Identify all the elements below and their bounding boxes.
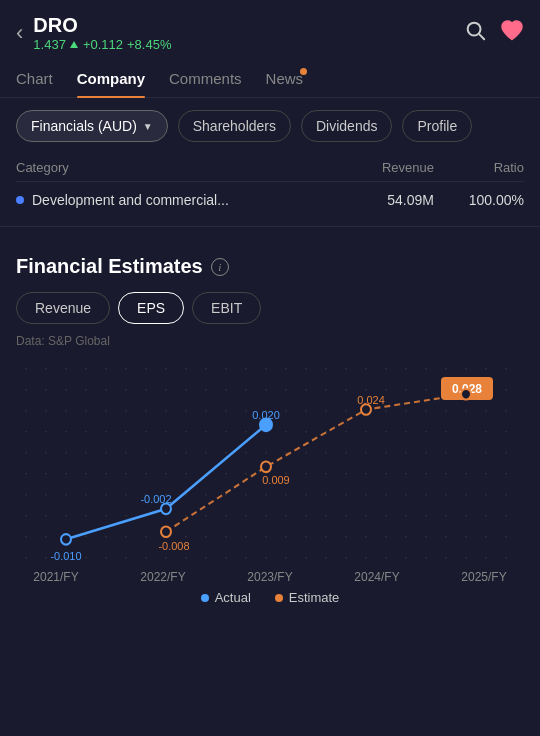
point-est-2022 (161, 527, 171, 538)
point-est-2025 (461, 389, 471, 400)
filter-profile[interactable]: Profile (402, 110, 472, 142)
point-est-2023 (261, 462, 271, 473)
chart-legend: Actual Estimate (16, 590, 524, 605)
filter-financials[interactable]: Financials (AUD) ▼ (16, 110, 168, 142)
col-header-ratio: Ratio (434, 160, 524, 175)
legend-estimate-dot (275, 594, 283, 602)
tab-chart[interactable]: Chart (16, 60, 53, 97)
legend-estimate-label: Estimate (289, 590, 340, 605)
btn-ebit[interactable]: EBIT (192, 292, 261, 324)
data-source-label: Data: S&P Global (16, 334, 524, 348)
point-est-2024 (361, 404, 371, 415)
revenue-table: Category Revenue Ratio Development and c… (0, 154, 540, 218)
row-dot-icon (16, 196, 24, 204)
back-button[interactable]: ‹ (16, 20, 23, 46)
estimates-title-row: Financial Estimates i (16, 255, 524, 278)
point-actual-2022 (161, 504, 171, 515)
estimates-section: Financial Estimates i Revenue EPS EBIT D… (0, 235, 540, 605)
section-divider (0, 226, 540, 227)
price-arrow-up-icon (70, 41, 78, 48)
year-label-2024: 2024/FY (347, 570, 407, 584)
chevron-down-icon: ▼ (143, 121, 153, 132)
news-notification-dot (300, 68, 307, 75)
table-row: Development and commercial... 54.09M 100… (16, 181, 524, 218)
legend-estimate: Estimate (275, 590, 340, 605)
point-actual-2023 (260, 418, 272, 431)
header-right (464, 19, 524, 47)
year-label-2025: 2025/FY (454, 570, 514, 584)
stock-info: DRO 1.437 +0.112 +8.45% (33, 14, 171, 52)
legend-actual: Actual (201, 590, 251, 605)
filter-dividends[interactable]: Dividends (301, 110, 392, 142)
estimate-type-buttons: Revenue EPS EBIT (16, 292, 524, 324)
chart-svg: -0.010 -0.002 0.020 -0.008 0.009 0.024 0… (16, 358, 524, 568)
header-left: ‹ DRO 1.437 +0.112 +8.45% (16, 14, 171, 52)
btn-revenue[interactable]: Revenue (16, 292, 110, 324)
btn-eps[interactable]: EPS (118, 292, 184, 324)
price-value: 1.437 (33, 37, 66, 52)
estimates-chart: -0.010 -0.002 0.020 -0.008 0.009 0.024 0… (16, 358, 524, 568)
row-category: Development and commercial... (32, 192, 334, 208)
col-header-category: Category (16, 160, 334, 175)
legend-actual-label: Actual (215, 590, 251, 605)
chart-x-axis: 2021/FY 2022/FY 2023/FY 2024/FY 2025/FY (16, 568, 524, 584)
label-est-2024: 0.024 (357, 394, 385, 406)
year-label-2022: 2022/FY (133, 570, 193, 584)
label-est-2023: 0.009 (262, 474, 290, 486)
row-revenue: 54.09M (334, 192, 434, 208)
tabs-bar: Chart Company Comments News (0, 60, 540, 98)
legend-actual-dot (201, 594, 209, 602)
label-est-2022: -0.008 (158, 540, 189, 552)
col-header-revenue: Revenue (334, 160, 434, 175)
label-actual-2021: -0.010 (50, 549, 81, 561)
point-actual-2021 (61, 534, 71, 545)
estimates-title: Financial Estimates (16, 255, 203, 278)
tab-comments[interactable]: Comments (169, 60, 242, 97)
table-header: Category Revenue Ratio (16, 154, 524, 181)
header: ‹ DRO 1.437 +0.112 +8.45% (0, 0, 540, 60)
favorite-heart-icon[interactable] (500, 19, 524, 47)
price-change-pct: +8.45% (127, 37, 171, 52)
tab-company[interactable]: Company (77, 60, 145, 97)
row-ratio: 100.00% (434, 192, 524, 208)
filter-shareholders[interactable]: Shareholders (178, 110, 291, 142)
year-label-2023: 2023/FY (240, 570, 300, 584)
search-icon[interactable] (464, 19, 486, 47)
tab-news[interactable]: News (266, 60, 304, 97)
stock-price: 1.437 +0.112 +8.45% (33, 37, 171, 52)
stock-ticker: DRO (33, 14, 171, 37)
info-icon[interactable]: i (211, 258, 229, 276)
svg-line-1 (479, 34, 484, 39)
filter-pills: Financials (AUD) ▼ Shareholders Dividend… (0, 98, 540, 154)
price-change: +0.112 (83, 37, 123, 52)
year-label-2021: 2021/FY (26, 570, 86, 584)
